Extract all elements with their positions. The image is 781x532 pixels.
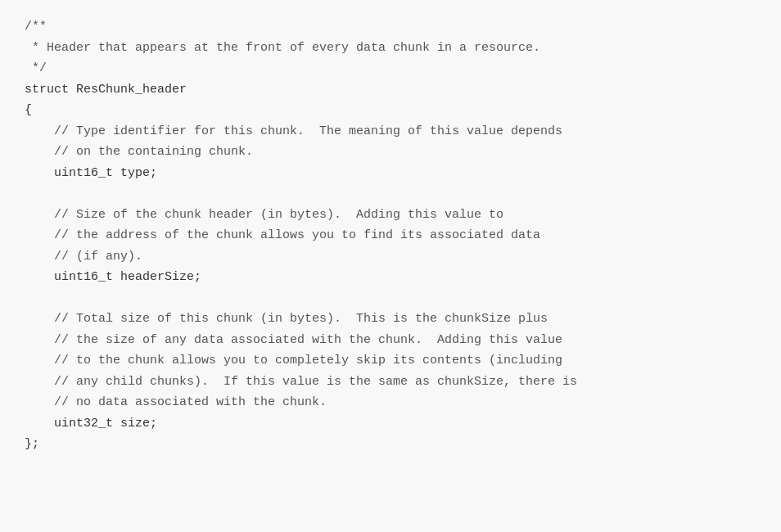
code-line: // to the chunk allows you to completely… — [25, 354, 562, 367]
code-line: // on the containing chunk. — [25, 145, 253, 159]
code-line: * Header that appears at the front of ev… — [25, 41, 540, 55]
code-line: // Total size of this chunk (in bytes). … — [25, 312, 548, 326]
code-line: /** — [25, 20, 47, 34]
code-line: // any child chunks). If this value is t… — [25, 375, 577, 389]
code-container: /** * Header that appears at the front o… — [0, 0, 781, 532]
code-line: uint16_t type; — [25, 166, 157, 180]
code-line: // (if any). — [25, 250, 142, 264]
code-line: // Size of the chunk header (in bytes). … — [25, 208, 503, 222]
code-line: { — [25, 103, 32, 117]
code-line: */ — [25, 61, 47, 75]
code-line: // the size of any data associated with … — [25, 333, 562, 347]
code-line: // Type identifier for this chunk. The m… — [25, 124, 562, 138]
code-line: struct ResChunk_header — [25, 83, 187, 97]
code-line: // the address of the chunk allows you t… — [25, 228, 540, 242]
code-line: uint32_t size; — [25, 417, 157, 431]
code-line: uint16_t headerSize; — [25, 270, 201, 284]
code-line: }; — [25, 437, 39, 451]
code-line: // no data associated with the chunk. — [25, 395, 327, 409]
code-block: /** * Header that appears at the front o… — [25, 16, 756, 455]
